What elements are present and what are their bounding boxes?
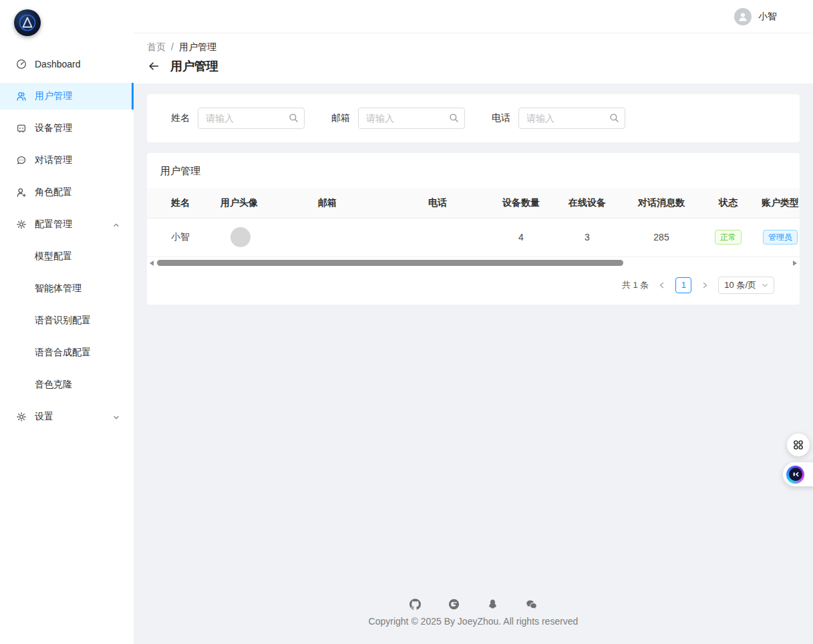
scrollbar-thumb[interactable] [157, 260, 623, 266]
settings-gear-icon [16, 412, 27, 422]
apps-grid-icon [792, 439, 804, 451]
user-table: 姓名 用户头像 邮箱 电话 设备数量 在线设备 对话消息数 状态 账户类型 [147, 188, 800, 257]
table-header-row: 姓名 用户头像 邮箱 电话 设备数量 在线设备 对话消息数 状态 账户类型 [147, 188, 800, 218]
breadcrumb: 首页 / 用户管理 [147, 41, 800, 53]
column-header-phone: 电话 [428, 188, 488, 218]
chevron-up-icon [112, 220, 120, 231]
search-icon[interactable] [609, 113, 619, 125]
page-size-select[interactable]: 10 条/页 [718, 277, 774, 294]
arrow-left-icon [148, 60, 160, 72]
page-title: 用户管理 [170, 58, 218, 74]
topbar: 小智 [134, 0, 813, 33]
role-add-icon [16, 187, 27, 198]
logo-a-icon [14, 9, 41, 36]
filter-field-email: 邮箱 [331, 108, 465, 129]
sidebar-item-devices[interactable]: 设备管理 [0, 115, 134, 142]
app-logo[interactable] [14, 9, 41, 36]
table-card-title: 用户管理 [147, 153, 800, 188]
sidebar-item-dashboard[interactable]: Dashboard [0, 51, 134, 77]
ai-robot-icon [786, 466, 804, 484]
back-button[interactable] [147, 59, 160, 73]
cell-online-device: 3 [554, 218, 620, 257]
user-table-card: 用户管理 姓名 用户头像 邮箱 电话 设备数量 [147, 153, 800, 305]
chevron-right-icon [701, 282, 708, 289]
copyright-text: Copyright © 2025 By JoeyZhou. All rights… [147, 616, 800, 627]
content: 姓名 邮箱 电话 [134, 84, 813, 644]
sidebar-item-agent-management[interactable]: 智能体管理 [0, 275, 134, 302]
filter-field-name: 姓名 [171, 108, 305, 129]
config-gear-icon [16, 219, 27, 230]
table-container: 姓名 用户头像 邮箱 电话 设备数量 在线设备 对话消息数 状态 账户类型 [147, 188, 800, 257]
page-size-value: 10 条/页 [724, 279, 756, 291]
sidebar-item-label: 设置 [35, 411, 53, 423]
github-icon[interactable] [410, 599, 421, 610]
pagination: 共 1 条 1 10 条/页 [147, 267, 800, 298]
column-header-device-count: 设备数量 [488, 188, 554, 218]
filter-label: 电话 [492, 112, 510, 124]
breadcrumb-home[interactable]: 首页 [147, 41, 166, 53]
sidebar-item-label: 语音识别配置 [35, 315, 91, 327]
gitee-icon[interactable] [448, 599, 460, 610]
breadcrumb-separator: / [171, 41, 174, 53]
sidebar-item-model-config[interactable]: 模型配置 [0, 243, 134, 270]
sidebar-item-asr-config[interactable]: 语音识别配置 [0, 307, 134, 334]
cell-name: 小智 [147, 218, 220, 257]
column-header-online-device: 在线设备 [554, 188, 620, 218]
sidebar-item-label: 模型配置 [35, 251, 72, 263]
username: 小智 [758, 11, 777, 23]
chat-icon [16, 155, 27, 166]
scroll-left-arrow[interactable] [150, 261, 154, 266]
sidebar-item-settings[interactable]: 设置 [0, 404, 134, 430]
filter-label: 邮箱 [331, 112, 350, 124]
page-header: 首页 / 用户管理 用户管理 [134, 33, 813, 84]
status-badge: 正常 [715, 230, 742, 245]
search-icon[interactable] [289, 113, 299, 125]
ai-assistant-button[interactable] [783, 462, 813, 486]
column-header-name: 姓名 [147, 188, 220, 218]
filter-label: 姓名 [171, 112, 190, 124]
sidebar-item-conversations[interactable]: 对话管理 [0, 147, 134, 174]
sidebar-item-label: 音色克隆 [35, 379, 72, 391]
cell-message-count: 285 [620, 218, 703, 257]
prev-page-button[interactable] [655, 277, 669, 293]
column-header-message-count: 对话消息数 [620, 188, 703, 218]
table-row: 小智 4 3 285 正常 管理员 [147, 218, 800, 257]
sidebar-item-label: 用户管理 [35, 90, 72, 102]
column-header-status: 状态 [703, 188, 754, 218]
filter-card: 姓名 邮箱 电话 [147, 94, 800, 142]
wechat-icon[interactable] [526, 599, 537, 610]
next-page-button[interactable] [697, 277, 712, 293]
column-header-avatar: 用户头像 [220, 188, 318, 218]
device-icon [16, 123, 27, 134]
cell-email [318, 218, 428, 257]
horizontal-scrollbar [150, 259, 797, 267]
main-area: 小智 首页 / 用户管理 用户管理 姓名 [134, 0, 813, 644]
logo-wrap [0, 0, 134, 44]
footer-icons [147, 599, 800, 610]
pagination-total: 共 1 条 [622, 279, 649, 291]
page-number-button[interactable]: 1 [675, 277, 691, 293]
sidebar-item-tts-config[interactable]: 语音合成配置 [0, 339, 134, 366]
sidebar-item-config[interactable]: 配置管理 [0, 211, 134, 238]
sidebar-item-label: 配置管理 [35, 218, 72, 230]
quick-apps-button[interactable] [787, 434, 810, 456]
qq-icon[interactable] [487, 599, 498, 610]
sidebar-item-label: 语音合成配置 [35, 347, 91, 359]
sidebar-item-users[interactable]: 用户管理 [0, 83, 134, 110]
search-icon[interactable] [449, 113, 459, 125]
sidebar-item-label: 设备管理 [35, 122, 72, 134]
chevron-left-icon [659, 282, 665, 289]
column-header-email: 邮箱 [318, 188, 428, 218]
sidebar-item-voice-clone[interactable]: 音色克隆 [0, 371, 134, 398]
scroll-right-arrow[interactable] [793, 261, 797, 266]
filter-field-phone: 电话 [492, 108, 625, 129]
user-menu[interactable]: 小智 [734, 8, 777, 25]
sidebar-item-roles[interactable]: 角色配置 [0, 179, 134, 206]
cell-status: 正常 [703, 218, 754, 257]
cell-account-type: 管理员 [754, 218, 800, 257]
cell-device-count: 4 [488, 218, 554, 257]
person-icon [737, 11, 749, 23]
user-avatar-image [230, 227, 251, 247]
column-header-account-type: 账户类型 [754, 188, 800, 218]
dashboard-icon [16, 59, 27, 69]
